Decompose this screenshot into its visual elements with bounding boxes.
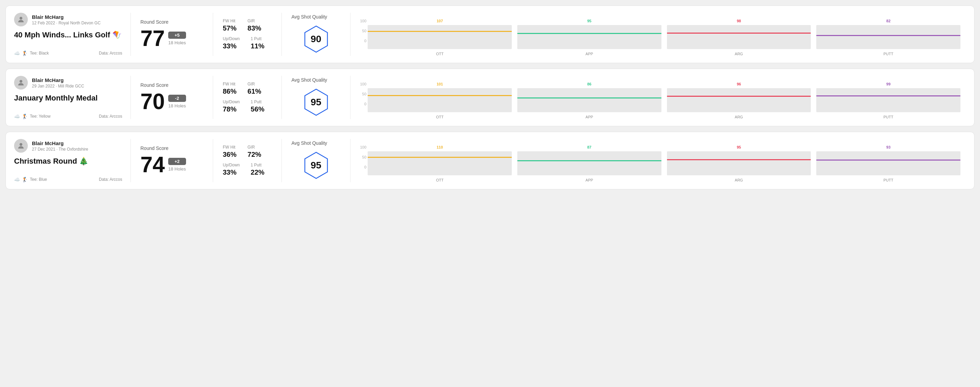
score-row: 77 +5 18 Holes <box>140 27 203 49</box>
updown-label: Up/Down <box>223 163 240 167</box>
score-number: 74 <box>140 154 165 176</box>
bag-icon: 🏌 <box>22 177 28 182</box>
bar-bg <box>816 151 961 175</box>
score-holes: 18 Holes <box>168 103 186 108</box>
stats-row-bottom: Up/Down 33% 1 Putt 11% <box>223 36 272 50</box>
chart-y-0: 0 <box>364 39 366 43</box>
stats-row-top: FW Hit 36% GIR 72% <box>223 145 272 159</box>
oneputt-label: 1 Putt <box>251 163 264 167</box>
score-row: 74 +2 18 Holes <box>140 154 203 176</box>
fw-hit-stat: FW Hit 57% <box>223 19 237 32</box>
bar-label: ARG <box>735 52 743 56</box>
bar-label: OTT <box>436 52 444 56</box>
bottom-info: ☁️ 🏌 Tee: Blue Data: Arccos <box>14 177 122 182</box>
stats-row-bottom: Up/Down 33% 1 Putt 22% <box>223 163 272 176</box>
round-score-label: Round Score <box>140 82 203 88</box>
chart-col-app: 87 APP <box>517 145 662 182</box>
chart-y-100: 100 <box>360 19 366 23</box>
bar-fill <box>816 160 961 160</box>
score-detail-col: +2 18 Holes <box>168 158 186 171</box>
bar-label: ARG <box>735 178 743 182</box>
fw-hit-stat: FW Hit 86% <box>223 82 237 95</box>
oneputt-value: 22% <box>251 168 264 176</box>
score-detail-col: +5 18 Holes <box>168 32 186 45</box>
bar-label: APP <box>585 178 593 182</box>
tee-info: ☁️ 🏌 Tee: Blue <box>14 177 47 182</box>
chart-col-app: 95 APP <box>517 19 662 56</box>
gir-label: GIR <box>248 19 261 23</box>
chart-section: 100 50 0 110 OTT 87 <box>350 139 966 182</box>
svg-point-1 <box>19 80 22 82</box>
stats-section: FW Hit 36% GIR 72% Up/Down 33% 1 Putt 22… <box>213 139 282 182</box>
user-details: Blair McHarg 29 Jan 2022 · Mill Ride GCC <box>32 77 84 89</box>
bottom-info: ☁️ 🏌 Tee: Yellow Data: Arccos <box>14 114 122 119</box>
stats-section: FW Hit 57% GIR 83% Up/Down 33% 1 Putt 11… <box>213 13 282 56</box>
score-number: 77 <box>140 27 165 49</box>
user-meta: 12 Feb 2022 · Royal North Devon GC <box>32 21 100 25</box>
chart-y-0: 0 <box>364 102 366 106</box>
score-holes: 18 Holes <box>168 167 186 171</box>
chart-col-putt: 99 PUTT <box>816 82 961 119</box>
round-title: Christmas Round 🎄 <box>14 157 122 166</box>
avatar <box>14 13 28 26</box>
oneputt-stat: 1 Putt 11% <box>251 36 264 50</box>
updown-value: 33% <box>223 42 240 50</box>
updown-stat: Up/Down 33% <box>223 163 240 176</box>
left-section: Blair McHarg 12 Feb 2022 · Royal North D… <box>14 13 131 56</box>
user-info: Blair McHarg 27 Dec 2021 · The Oxfordshi… <box>14 139 122 153</box>
avg-shot-quality-label: Avg Shot Quality <box>291 77 327 82</box>
bottom-info: ☁️ 🏌 Tee: Black Data: Arccos <box>14 51 122 56</box>
bar-bg <box>667 88 811 112</box>
fw-hit-value: 57% <box>223 24 237 32</box>
bar-value: 98 <box>737 19 741 23</box>
bar-fill <box>517 33 662 34</box>
bar-bg <box>667 151 811 175</box>
oneputt-value: 56% <box>251 105 264 113</box>
gir-stat: GIR 72% <box>248 145 261 159</box>
chart-section: 100 50 0 107 OTT 95 <box>350 13 966 56</box>
bag-icon: 🏌 <box>22 51 28 56</box>
stats-row-bottom: Up/Down 78% 1 Putt 56% <box>223 100 272 113</box>
round-card-2: Blair McHarg 27 Dec 2021 · The Oxfordshi… <box>5 132 975 189</box>
middle-section: Round Score 77 +5 18 Holes <box>131 13 213 56</box>
bar-label: APP <box>585 52 593 56</box>
chart-col-ott: 101 OTT <box>368 82 512 119</box>
chart-y-50: 50 <box>362 155 366 159</box>
round-card-1: Blair McHarg 29 Jan 2022 · Mill Ride GCC… <box>5 68 975 126</box>
user-meta: 27 Dec 2021 · The Oxfordshire <box>32 147 88 152</box>
left-section: Blair McHarg 27 Dec 2021 · The Oxfordshi… <box>14 139 131 182</box>
bar-fill <box>368 95 512 96</box>
score-row: 70 -2 18 Holes <box>140 90 203 113</box>
bar-bg <box>816 88 961 112</box>
bar-label: PUTT <box>883 178 894 182</box>
quality-score: 95 <box>311 160 321 171</box>
user-details: Blair McHarg 12 Feb 2022 · Royal North D… <box>32 14 100 25</box>
bar-label: ARG <box>735 115 743 119</box>
tee-label: Tee: Black <box>30 51 49 56</box>
bar-label: PUTT <box>883 52 894 56</box>
chart-col-arg: 95 ARG <box>667 145 811 182</box>
round-title: January Monthly Medal <box>14 94 122 103</box>
bar-bg <box>816 25 961 49</box>
bar-value: 110 <box>437 145 443 149</box>
updown-stat: Up/Down 78% <box>223 100 240 113</box>
bar-value: 82 <box>886 19 891 23</box>
stats-section: FW Hit 86% GIR 61% Up/Down 78% 1 Putt 56… <box>213 76 282 119</box>
bar-bg <box>517 25 662 49</box>
avg-shot-quality-label: Avg Shot Quality <box>291 140 327 146</box>
gir-value: 61% <box>248 87 261 95</box>
bar-label: APP <box>585 115 593 119</box>
bar-value: 95 <box>737 145 741 149</box>
quality-score: 90 <box>311 33 321 44</box>
gir-value: 72% <box>248 151 261 159</box>
gir-label: GIR <box>248 82 261 86</box>
score-holes: 18 Holes <box>168 40 186 45</box>
oneputt-label: 1 Putt <box>251 36 264 41</box>
bar-value: 96 <box>737 82 741 86</box>
bar-fill <box>667 96 811 97</box>
chart-col-ott: 110 OTT <box>368 145 512 182</box>
fw-hit-label: FW Hit <box>223 145 237 149</box>
gir-stat: GIR 61% <box>248 82 261 95</box>
oneputt-stat: 1 Putt 22% <box>251 163 264 176</box>
chart-y-50: 50 <box>362 92 366 96</box>
